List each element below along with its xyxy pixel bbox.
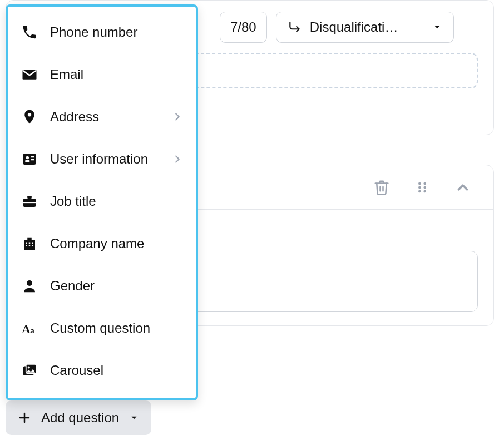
svg-point-5	[423, 190, 426, 192]
menu-item-address[interactable]: Address	[8, 96, 196, 138]
drag-handle-icon	[414, 180, 430, 195]
chevron-up-icon	[454, 179, 471, 196]
plus-icon	[18, 411, 31, 424]
person-icon	[20, 278, 39, 294]
menu-item-phone-number[interactable]: Phone number	[8, 11, 196, 53]
add-question-label: Add question	[41, 410, 119, 426]
caret-down-icon	[432, 22, 442, 32]
char-count-text: 7/80	[230, 19, 256, 35]
option-action-label: Disqualificati…	[310, 19, 424, 35]
add-question-button[interactable]: Add question	[6, 400, 151, 435]
char-count-chip: 7/80	[220, 12, 267, 43]
aa-icon	[20, 320, 39, 337]
menu-item-email[interactable]: Email	[8, 53, 196, 96]
menu-item-custom-question[interactable]: Custom question	[8, 307, 196, 349]
menu-item-label: Phone number	[50, 24, 184, 40]
images-icon	[20, 362, 39, 379]
delete-button[interactable]	[373, 179, 390, 196]
chevron-right-icon	[171, 153, 184, 165]
menu-item-label: Custom question	[50, 320, 184, 336]
trash-icon	[373, 179, 390, 196]
building-icon	[20, 235, 39, 252]
svg-point-4	[418, 190, 421, 192]
svg-point-0	[418, 182, 421, 185]
briefcase-icon	[20, 193, 39, 210]
menu-item-job-title[interactable]: Job title	[8, 180, 196, 222]
svg-point-3	[423, 186, 426, 189]
menu-item-company-name[interactable]: Company name	[8, 222, 196, 265]
phone-icon	[20, 24, 39, 41]
id-icon	[20, 151, 39, 167]
caret-down-icon	[129, 413, 139, 423]
menu-item-user-information[interactable]: User information	[8, 138, 196, 180]
menu-item-carousel[interactable]: Carousel	[8, 349, 196, 392]
menu-item-label: Address	[50, 109, 160, 125]
menu-item-label: Job title	[50, 194, 184, 209]
reply-arrow-icon	[288, 20, 302, 34]
option-action-select[interactable]: Disqualificati…	[276, 12, 454, 43]
menu-item-label: Gender	[50, 278, 184, 294]
chevron-right-icon	[171, 111, 184, 123]
svg-point-1	[423, 182, 426, 185]
menu-item-label: User information	[50, 151, 160, 167]
menu-item-label: Email	[50, 67, 184, 82]
pin-icon	[20, 108, 39, 125]
menu-item-label: Carousel	[50, 363, 184, 378]
drag-handle[interactable]	[414, 180, 430, 195]
menu-item-gender[interactable]: Gender	[8, 265, 196, 307]
question-type-menu: Phone numberEmailAddressUser information…	[6, 4, 198, 400]
menu-item-label: Company name	[50, 236, 184, 251]
svg-point-2	[418, 186, 421, 189]
mail-icon	[20, 66, 39, 83]
collapse-button[interactable]	[454, 179, 471, 196]
